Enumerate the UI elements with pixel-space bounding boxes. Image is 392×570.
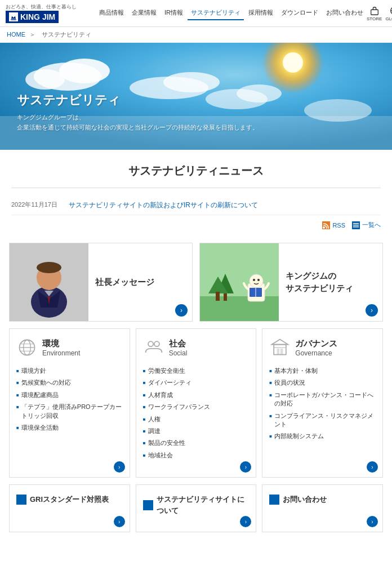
list-button[interactable]: 一覧へ (352, 221, 381, 229)
svg-point-47 (148, 341, 153, 346)
nav-ir[interactable]: IR情報 (161, 6, 186, 20)
hero-subtitle: キングジムグループは、 企業活動を通じて持続可能な社会の実現と当社グループの持続… (17, 112, 259, 133)
nav-sustainability[interactable]: サステナビリティ (188, 6, 244, 20)
sustain-photo (200, 243, 279, 322)
svg-rect-31 (200, 296, 279, 322)
social-card-header: 社会 Social (143, 337, 250, 358)
sustain-about-arrow: › (240, 516, 251, 527)
medium-cards-grid: 環境 Environment 環境方針 気候変動への対応 環境配慮商品 「テプラ… (0, 328, 392, 484)
crown-icon (9, 12, 18, 21)
rss-icon (322, 221, 330, 229)
svg-rect-33 (224, 292, 227, 301)
logo-brand[interactable]: KING JIM (6, 11, 77, 23)
global-button[interactable]: GLOBAL (385, 6, 392, 21)
nav-recruitment[interactable]: 採用情報 (245, 6, 277, 20)
gri-card-title: GRIスタンダード対照表 (16, 494, 123, 505)
list-item: ワークライフバランス (143, 401, 250, 413)
president-card[interactable]: 社長メッセージ › (9, 243, 193, 322)
sustain-about-title: サステナビリティサイトについて (143, 494, 250, 516)
store-button[interactable]: STORE (367, 6, 382, 21)
sustain-about-card[interactable]: サステナビリティサイトについて › (136, 484, 257, 532)
list-item: 「テプラ」使用済みPROテープカートリッジ回収 (16, 401, 123, 422)
nav-company[interactable]: 企業情報 (128, 6, 160, 20)
nav-download[interactable]: ダウンロード (278, 6, 322, 20)
news-link[interactable]: サステナビリティサイトの新設およびIRサイトの刷新について (69, 201, 258, 210)
svg-point-10 (283, 52, 303, 73)
sustain-card-text: キングジムの サステナビリティ (279, 263, 382, 302)
svg-rect-24 (353, 225, 359, 226)
svg-point-12 (59, 59, 110, 83)
logo-area: おどろき、快適、仕事と暮らし KING JIM (6, 3, 96, 23)
svg-point-37 (250, 274, 263, 288)
governance-card[interactable]: ガバナンス Governance 基本方針・体制 役員の状況 コーポレートガバナ… (262, 328, 383, 478)
list-icon (352, 221, 360, 229)
hero-banner: サステナビリティ キングジムグループは、 企業活動を通じて持続可能な社会の実現と… (0, 43, 392, 150)
gov-title-block: ガバナンス Governance (295, 339, 337, 357)
section-divider (11, 188, 381, 188)
social-title-block: 社会 Social (169, 339, 188, 357)
building-icon (269, 337, 291, 358)
svg-point-15 (163, 72, 220, 92)
svg-rect-52 (280, 349, 283, 355)
people-icon (143, 337, 164, 358)
svg-rect-23 (353, 223, 359, 224)
rss-button[interactable]: RSS (322, 221, 345, 229)
list-item: ダイバーシティ (143, 377, 250, 389)
gov-card-arrow: › (367, 461, 378, 473)
svg-point-21 (323, 226, 325, 229)
tagline: おどろき、快適、仕事と暮らし (6, 3, 77, 11)
breadcrumb-separator: ＞ (29, 31, 35, 38)
breadcrumb-current: サステナビリティ (42, 31, 91, 38)
header-icons: STORE GLOBAL SEARCH (367, 6, 392, 21)
list-label: 一覧へ (362, 221, 381, 229)
list-item: 環境方針 (16, 365, 123, 377)
list-item: コーポレートガバナンス・コードへの対応 (269, 389, 376, 410)
hero-text: サステナビリティ キングジムグループは、 企業活動を通じて持続可能な社会の実現と… (17, 92, 259, 133)
contact-card[interactable]: お問い合わせ › (262, 484, 383, 532)
svg-point-13 (25, 69, 65, 90)
sustain-card[interactable]: キングジムの サステナビリティ › (199, 243, 383, 322)
president-card-arrow: › (175, 304, 188, 317)
site-header: おどろき、快適、仕事と暮らし KING JIM 商品情報 企業情報 IR情報 サ… (0, 0, 392, 27)
env-card-arrow: › (114, 461, 125, 473)
gri-icon (16, 495, 26, 505)
svg-point-38 (253, 279, 255, 281)
list-item: 調達 (143, 425, 250, 437)
gov-title-en: Governance (295, 349, 337, 357)
sustain-illustration (200, 243, 279, 322)
news-actions: RSS 一覧へ (11, 221, 381, 229)
social-title-en: Social (169, 349, 188, 357)
breadcrumb: HOME ＞ サステナビリティ (0, 27, 392, 43)
list-item: 環境保全活動 (16, 422, 123, 434)
gri-card[interactable]: GRIスタンダード対照表 › (9, 484, 130, 532)
env-title-block: 環境 Environment (42, 339, 80, 357)
list-item: コンプライアンス・リスクマネジメント (269, 410, 376, 431)
social-list: 労働安全衛生 ダイバーシティ 人材育成 ワークライフバランス 人権 調達 製品の… (143, 365, 250, 461)
environment-card[interactable]: 環境 Environment 環境方針 気候変動への対応 環境配慮商品 「テプラ… (9, 328, 130, 478)
president-card-title: 社長メッセージ (95, 276, 185, 289)
list-item: 人材育成 (143, 389, 250, 401)
sustain-card-arrow: › (366, 304, 378, 317)
list-item: 気候変動への対応 (16, 377, 123, 389)
svg-point-39 (257, 279, 260, 281)
nav-contact[interactable]: お問い合わせ (323, 6, 367, 20)
svg-marker-50 (272, 340, 288, 345)
sustain-about-icon (143, 500, 153, 510)
svg-rect-51 (277, 349, 280, 355)
bottom-cards-grid: GRIスタンダード対照表 › サステナビリティサイトについて › お問い合わせ … (0, 484, 392, 541)
contact-card-arrow: › (367, 516, 378, 527)
env-list: 環境方針 気候変動への対応 環境配慮商品 「テプラ」使用済みPROテープカートリ… (16, 365, 123, 434)
president-photo (10, 243, 88, 322)
nav-products[interactable]: 商品情報 (96, 6, 127, 20)
breadcrumb-home[interactable]: HOME (7, 31, 25, 38)
gov-card-header: ガバナンス Governance (269, 337, 376, 358)
globe-icon (16, 337, 38, 358)
contact-icon (269, 495, 279, 505)
logo-box: KING JIM (6, 11, 59, 23)
social-title-ja: 社会 (169, 339, 188, 349)
social-card[interactable]: 社会 Social 労働安全衛生 ダイバーシティ 人材育成 ワークライフバランス… (136, 328, 257, 478)
list-item: 労働安全衛生 (143, 365, 250, 377)
env-title-ja: 環境 (42, 339, 80, 349)
main-nav: 商品情報 企業情報 IR情報 サステナビリティ 採用情報 ダウンロード お問い合… (96, 6, 367, 20)
svg-rect-2 (371, 10, 378, 15)
